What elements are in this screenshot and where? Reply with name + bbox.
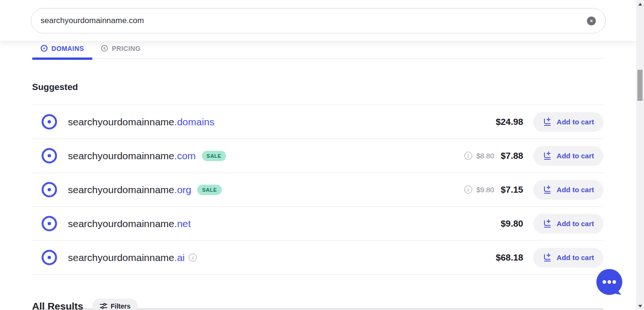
suggested-results-list: searchyourdomainname.domains $24.98 Add … [32,105,603,275]
domain-sld: searchyourdomainname [68,252,174,263]
chat-bubble-icon [595,268,625,298]
add-to-cart-label: Add to cart [557,118,594,126]
domain-tld: .com [174,150,196,161]
add-to-cart-icon [543,253,552,262]
scroll-up-icon[interactable] [636,0,644,8]
scroll-down-icon[interactable] [636,302,644,310]
domain-sld: searchyourdomainname [68,218,174,229]
add-to-cart-button[interactable]: Add to cart [533,214,603,234]
add-to-cart-button[interactable]: Add to cart [533,180,603,200]
domain-result-row: searchyourdomainname.org SALE i $9.80 $7… [32,173,603,207]
price: $9.80 [501,219,523,229]
domain-name-link[interactable]: searchyourdomainname.domains [68,116,215,128]
old-price: $8.80 [477,152,494,160]
price: $7.15 [501,185,523,195]
add-to-cart-label: Add to cart [557,220,594,228]
suggested-heading: Suggested [32,82,636,92]
domain-result-row: searchyourdomainname.net $9.80 Add to ca… [32,207,603,241]
add-to-cart-button[interactable]: Add to cart [533,248,603,268]
price: $24.98 [496,117,523,127]
domain-bullseye-icon[interactable] [42,182,57,197]
domain-bullseye-icon[interactable] [42,216,57,231]
domain-bullseye-icon[interactable] [42,148,57,163]
domain-sld: searchyourdomainname [68,184,174,195]
add-to-cart-label: Add to cart [557,186,594,194]
domain-sld: searchyourdomainname [68,116,174,127]
price-info-icon[interactable]: i [464,186,472,194]
add-to-cart-icon [543,151,552,161]
old-price: $9.80 [477,186,494,194]
pricing-dollar-icon: $ [101,45,108,52]
scrollbar-thumb[interactable] [637,70,643,101]
domain-result-row: searchyourdomainname.ai i $68.18 Add to … [32,241,603,275]
svg-text:$: $ [103,46,106,50]
tab-pricing[interactable]: $ PRICING [92,41,149,58]
search-input[interactable] [41,16,587,25]
price: $7.88 [501,151,523,161]
domain-tld: .domains [174,116,214,127]
add-to-cart-icon [543,185,552,195]
domains-bullseye-icon [41,45,48,52]
all-results-section: All Results Filters [32,299,603,310]
domain-tld: .ai [174,252,184,263]
add-to-cart-label: Add to cart [557,253,594,261]
domain-name-link[interactable]: searchyourdomainname.org [68,184,191,196]
domain-info-icon[interactable]: i [189,253,197,261]
price-info-icon[interactable]: i [464,152,472,160]
domain-sld: searchyourdomainname [68,150,174,161]
domain-name-link[interactable]: searchyourdomainname.com [68,150,196,162]
sale-badge: SALE [197,185,221,195]
domain-tld: .net [174,218,191,229]
domain-result-row: searchyourdomainname.com SALE i $8.80 $7… [32,139,603,173]
filters-button[interactable]: Filters [92,299,138,310]
sale-badge: SALE [202,151,226,161]
page-scrollbar[interactable] [636,0,644,310]
tab-pricing-label: PRICING [112,45,141,52]
filters-sliders-icon [100,302,108,310]
domain-result-row: searchyourdomainname.domains $24.98 Add … [32,105,603,139]
add-to-cart-button[interactable]: Add to cart [533,112,603,132]
add-to-cart-label: Add to cart [557,152,594,160]
tab-domains[interactable]: DOMAINS [32,41,92,58]
clear-search-icon[interactable]: × [587,16,596,25]
all-results-heading: All Results [32,301,84,310]
domain-bullseye-icon[interactable] [42,250,57,265]
domain-search-results-page: × DOMAINS $ [0,0,636,310]
domain-bullseye-icon[interactable] [42,114,57,130]
add-to-cart-icon [543,219,552,228]
domain-tld: .org [174,184,191,195]
results-tabbar: DOMAINS $ PRICING [0,41,636,59]
search-header: × [0,0,636,41]
filters-label: Filters [111,302,131,310]
chat-button[interactable] [595,268,625,298]
domain-name-link[interactable]: searchyourdomainname.net [68,218,191,229]
add-to-cart-icon [543,117,552,127]
add-to-cart-button[interactable]: Add to cart [533,146,603,166]
domain-search-bar: × [31,8,606,33]
tab-domains-label: DOMAINS [51,45,84,52]
domain-name-link[interactable]: searchyourdomainname.ai [68,252,184,263]
price: $68.18 [496,253,523,263]
